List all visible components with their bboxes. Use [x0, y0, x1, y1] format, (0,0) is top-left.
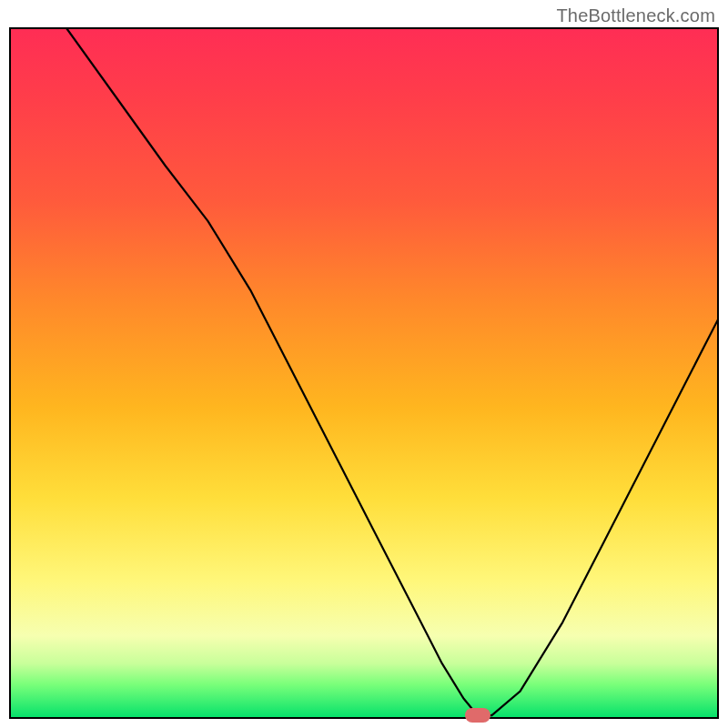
chart-frame [9, 27, 719, 719]
chart-background-gradient [9, 27, 719, 719]
watermark-text: TheBottleneck.com [556, 5, 715, 26]
